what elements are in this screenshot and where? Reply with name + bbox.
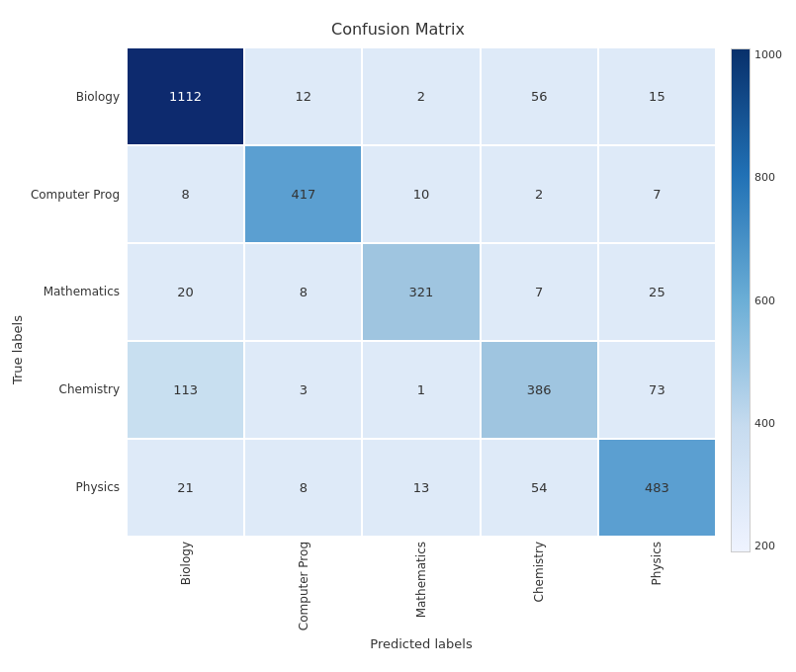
matrix-cell: 10 bbox=[363, 146, 479, 242]
matrix-cell: 1 bbox=[363, 342, 479, 438]
y-label: Chemistry bbox=[29, 341, 128, 439]
colorbar-section: 1000800600400200 bbox=[727, 48, 786, 651]
matrix-cell: 7 bbox=[599, 146, 715, 242]
x-label-wrapper: Computer Prog bbox=[245, 536, 363, 634]
chart-body: True labels BiologyComputer ProgMathemat… bbox=[10, 48, 786, 651]
matrix-cell: 8 bbox=[245, 440, 361, 536]
matrix-cell: 113 bbox=[128, 342, 243, 438]
matrix-cell: 321 bbox=[363, 244, 479, 340]
x-axis-title: Predicted labels bbox=[128, 636, 715, 651]
colorbar-label: 400 bbox=[754, 417, 782, 430]
chart-title: Confusion Matrix bbox=[10, 20, 786, 39]
matrix-cell: 1112 bbox=[128, 48, 243, 144]
y-labels: BiologyComputer ProgMathematicsChemistry… bbox=[29, 48, 128, 536]
y-label: Physics bbox=[29, 438, 128, 536]
x-labels-row: BiologyComputer ProgMathematicsChemistry… bbox=[128, 536, 715, 634]
matrix-cell: 8 bbox=[128, 146, 243, 242]
colorbar-label: 800 bbox=[754, 171, 782, 184]
colorbar-label: 200 bbox=[754, 540, 782, 552]
matrix-with-ylabels: BiologyComputer ProgMathematicsChemistry… bbox=[29, 48, 715, 536]
matrix-cell: 20 bbox=[128, 244, 243, 340]
matrix-grid: 1112122561584171027208321725113313867321… bbox=[128, 48, 715, 536]
matrix-cell: 386 bbox=[482, 342, 597, 438]
matrix-cell: 483 bbox=[599, 440, 715, 536]
matrix-cell: 21 bbox=[128, 440, 243, 536]
matrix-cell: 2 bbox=[482, 146, 597, 242]
y-label: Computer Prog bbox=[29, 146, 128, 244]
x-label: Computer Prog bbox=[297, 542, 310, 630]
matrix-cell: 56 bbox=[482, 48, 597, 144]
colorbar-label: 600 bbox=[754, 294, 782, 307]
colorbar-labels: 1000800600400200 bbox=[754, 48, 782, 552]
matrix-section: BiologyComputer ProgMathematicsChemistry… bbox=[29, 48, 715, 651]
matrix-cell: 417 bbox=[245, 146, 361, 242]
matrix-cell: 15 bbox=[599, 48, 715, 144]
matrix-cell: 2 bbox=[363, 48, 479, 144]
x-label-wrapper: Biology bbox=[128, 536, 245, 634]
colorbar bbox=[731, 48, 751, 552]
x-label: Physics bbox=[650, 542, 663, 585]
matrix-cell: 25 bbox=[599, 244, 715, 340]
matrix-cell: 7 bbox=[482, 244, 597, 340]
x-label-wrapper: Mathematics bbox=[363, 536, 481, 634]
matrix-cell: 54 bbox=[482, 440, 597, 536]
x-label: Chemistry bbox=[532, 542, 546, 602]
matrix-cell: 3 bbox=[245, 342, 361, 438]
y-label: Mathematics bbox=[29, 243, 128, 341]
chart-container: Confusion Matrix True labels BiologyComp… bbox=[0, 0, 796, 672]
x-label: Mathematics bbox=[414, 542, 428, 618]
matrix-cell: 8 bbox=[245, 244, 361, 340]
x-label-wrapper: Chemistry bbox=[480, 536, 597, 634]
colorbar-wrapper: 1000800600400200 bbox=[731, 48, 782, 552]
x-label: Biology bbox=[179, 542, 193, 585]
matrix-cell: 13 bbox=[363, 440, 479, 536]
matrix-cell: 12 bbox=[245, 48, 361, 144]
y-axis-label: True labels bbox=[10, 48, 25, 651]
matrix-cell: 73 bbox=[599, 342, 715, 438]
x-label-wrapper: Physics bbox=[597, 536, 715, 634]
colorbar-label: 1000 bbox=[754, 48, 782, 61]
y-label: Biology bbox=[29, 48, 128, 146]
